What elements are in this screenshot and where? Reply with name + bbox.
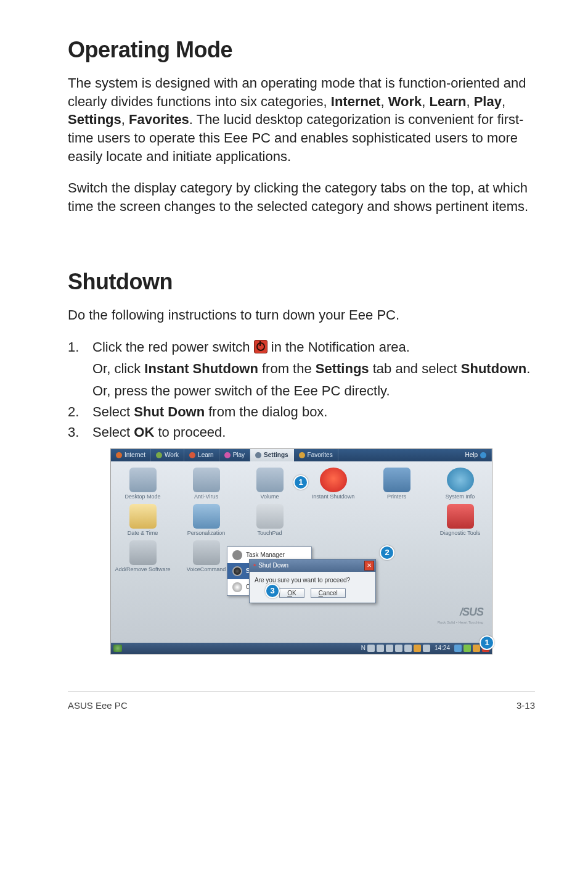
ctx-task-label: Task Manager <box>246 551 285 558</box>
task-manager-icon <box>232 550 242 560</box>
icon-antivirus[interactable]: Anti-Virus <box>176 468 237 500</box>
icon-printers[interactable]: Printers <box>366 468 427 500</box>
icon-diagnostic-tools-label: Diagnostic Tools <box>430 530 491 537</box>
icon-instant-shutdown[interactable]: Instant Shutdown <box>303 468 364 500</box>
cancel-button[interactable]: Cancel <box>311 588 346 598</box>
step-2-number: 2. <box>68 403 92 421</box>
tray-icon-10[interactable] <box>473 645 480 652</box>
step-2-post: from the dialog box. <box>205 404 327 419</box>
step-2-shutdown: Shut Down <box>134 404 205 419</box>
category-tabs: Internet Work Learn Play Settings Favori… <box>111 449 492 461</box>
step-1b-pre: Or, click <box>92 361 144 376</box>
step-1: 1. Click the red power switch in the Not… <box>68 338 535 400</box>
tab-internet-label: Internet <box>125 452 145 458</box>
icon-volume-label: Volume <box>239 494 300 500</box>
step-2: 2. Select Shut Down from the dialog box. <box>68 403 535 421</box>
callout-1: 1 <box>293 475 308 490</box>
dialog-titlebar: • Shut Down ✕ <box>250 559 375 572</box>
tab-internet[interactable]: Internet <box>111 449 151 461</box>
footer-left: ASUS Eee PC <box>68 700 128 711</box>
icon-system-info-label: System Info <box>430 494 491 500</box>
icon-printers-label: Printers <box>366 494 427 500</box>
tab-learn-label: Learn <box>198 452 214 458</box>
step-1a-pre: Click the red power switch <box>92 339 254 355</box>
cat-play: Play <box>474 94 502 109</box>
step-3-pre: Select <box>92 424 134 440</box>
step-1b-shutdown: Shutdown <box>461 361 526 376</box>
icon-system-info[interactable]: System Info <box>430 468 491 500</box>
shutdown-intro: Do the following instructions to turn do… <box>68 306 535 324</box>
icon-touchpad-label: TouchPad <box>239 530 300 537</box>
step-1c: Or, press the power switch of the Eee PC… <box>92 382 535 400</box>
icon-desktop-mode-label: Desktop Mode <box>112 494 173 500</box>
cat-learn: Learn <box>430 94 467 109</box>
tray-icon-9[interactable] <box>463 645 471 652</box>
icon-touchpad[interactable]: TouchPad <box>239 504 300 537</box>
tab-help-label: Help <box>465 452 478 458</box>
icon-add-remove-label: Add/Remove Software <box>112 567 173 573</box>
step-1b-mid: from the <box>258 361 316 376</box>
step-1b-settings: Settings <box>316 361 369 376</box>
icon-date-time-label: Date & Time <box>112 530 173 537</box>
tab-work-label: Work <box>165 452 179 458</box>
icon-diagnostic-tools[interactable]: Diagnostic Tools <box>430 504 491 537</box>
asus-logo: /SUS <box>440 606 483 618</box>
tray-net-label: N <box>361 645 365 651</box>
heading-shutdown: Shutdown <box>68 269 535 295</box>
system-tray: N 14:24 <box>361 645 489 652</box>
tray-icon-2[interactable] <box>377 645 384 652</box>
start-button[interactable] <box>113 645 122 652</box>
step-1b-end: . <box>526 361 530 376</box>
tab-settings[interactable]: Settings <box>250 449 293 461</box>
icon-date-time[interactable]: Date & Time <box>112 504 173 537</box>
tray-icon-6[interactable] <box>414 645 421 652</box>
cancel-icon <box>232 582 242 592</box>
tab-favorites-label: Favorites <box>308 452 333 458</box>
cat-work: Work <box>388 94 422 109</box>
step-3-ok: OK <box>134 424 154 440</box>
power-switch-icon <box>254 340 267 353</box>
cat-internet: Internet <box>331 94 381 109</box>
cat-favorites: Favorites <box>129 112 189 127</box>
shut-down-icon <box>232 566 242 576</box>
intro-paragraph-2: Switch the display category by clicking … <box>68 179 535 215</box>
taskbar: N 14:24 <box>111 643 492 654</box>
tray-icon-7[interactable] <box>423 645 430 652</box>
tab-work[interactable]: Work <box>151 449 184 461</box>
screenshot: Internet Work Learn Play Settings Favori… <box>111 449 492 654</box>
tray-icon-4[interactable] <box>395 645 402 652</box>
tab-play-label: Play <box>233 452 245 458</box>
intro-paragraph: The system is designed with an operating… <box>68 74 535 165</box>
tray-icon-3[interactable] <box>386 645 393 652</box>
icon-personalization[interactable]: Personalization <box>176 504 237 537</box>
callout-2: 2 <box>380 545 394 560</box>
tab-favorites[interactable]: Favorites <box>294 449 338 461</box>
step-3: 3. Select OK to proceed. <box>68 423 535 442</box>
callout-3: 3 <box>265 584 280 598</box>
icon-volume[interactable]: Volume <box>239 468 300 500</box>
tray-icon-8[interactable] <box>454 645 462 652</box>
icon-desktop-mode[interactable]: Desktop Mode <box>112 468 173 500</box>
tray-icon-1[interactable] <box>367 645 375 652</box>
callout-1-tray: 1 <box>480 635 494 650</box>
tab-settings-label: Settings <box>264 452 288 458</box>
dialog-title: Shut Down <box>258 562 288 569</box>
step-3-post: to proceed. <box>154 424 226 440</box>
tab-learn[interactable]: Learn <box>184 449 219 461</box>
tray-icon-5[interactable] <box>404 645 412 652</box>
step-1b-instant: Instant Shutdown <box>144 361 258 376</box>
asus-tagline: Rock Solid • Heart Touching <box>438 621 483 624</box>
icon-antivirus-label: Anti-Virus <box>176 494 237 500</box>
step-1b-post: tab and select <box>369 361 461 376</box>
tab-help[interactable]: Help <box>460 449 492 461</box>
step-1-number: 1. <box>68 338 92 357</box>
close-button[interactable]: ✕ <box>364 561 374 571</box>
dialog-bullet-icon: • <box>253 562 256 569</box>
ok-button[interactable]: OK <box>279 588 304 598</box>
heading-operating-mode: Operating Mode <box>68 37 535 63</box>
icon-add-remove[interactable]: Add/Remove Software <box>112 540 173 573</box>
footer-right: 3-13 <box>517 700 535 711</box>
cat-settings: Settings <box>68 112 121 127</box>
step-3-number: 3. <box>68 423 92 442</box>
tab-play[interactable]: Play <box>219 449 250 461</box>
